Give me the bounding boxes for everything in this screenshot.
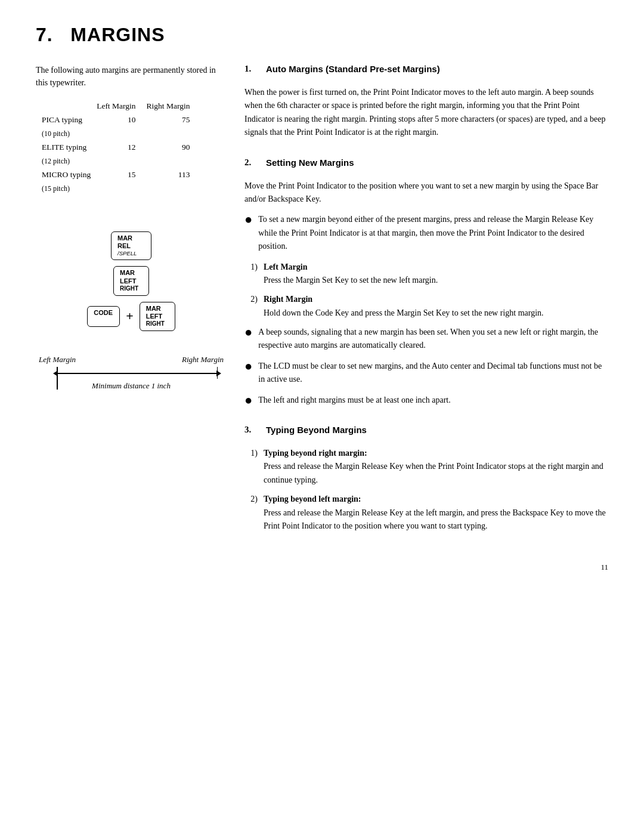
numbered-item: 2) Right Margin Hold down the Code Key a… [244, 293, 608, 320]
bullet-text: The LCD must be clear to set new margins… [258, 360, 608, 387]
key-row-code-plus: CODE + MAR LEFT RIGHT [87, 302, 175, 331]
col-header-label [42, 100, 97, 113]
num-header: Typing beyond left margin: [264, 493, 608, 506]
section-title-2: Setting New Margins [266, 157, 354, 168]
row-right: 75 [147, 113, 201, 141]
num-content: Left Margin Press the Margin Set Key to … [264, 261, 608, 288]
num-text: Press the Margin Set Key to set the new … [264, 276, 438, 285]
section-intro-2: Move the Print Point Indicator to the po… [244, 180, 608, 206]
section-number-3: 3. [244, 425, 259, 435]
key-mar-left-2-sub: RIGHT [146, 320, 165, 328]
margins-table: Left Margin Right Margin PICA typing(10 … [42, 100, 227, 196]
num-label: 1) [244, 447, 258, 460]
plus-icon: + [126, 308, 134, 324]
row-label: ELITE typing(12 pitch) [42, 141, 97, 168]
row-left: 15 [97, 168, 146, 196]
section-title-1: Auto Margins (Standard Pre-set Margins) [266, 64, 440, 74]
table-row: PICA typing(10 pitch) 10 75 [42, 113, 200, 141]
bullet-item: ●The left and right margins must be at l… [244, 394, 608, 407]
section-3: 3.Typing Beyond Margins 1) Typing beyond… [244, 425, 608, 533]
section-2: 2.Setting New MarginsMove the Print Poin… [244, 157, 608, 407]
num-header: Right Margin [264, 293, 608, 306]
bullet-text: The left and right margins must be at le… [258, 394, 608, 407]
table-row: ELITE typing(12 pitch) 12 90 [42, 141, 200, 168]
min-dist-label: Minimum distance 1 inch [92, 381, 171, 391]
left-margin-label: Left Margin [39, 355, 76, 364]
col-header-right: Right Margin [147, 100, 201, 113]
num-label: 1) [244, 261, 258, 274]
bullet-dot: ● [244, 326, 252, 339]
bullet-dot: ● [244, 394, 252, 407]
section-number-2: 2. [244, 157, 259, 168]
page-number: 11 [36, 563, 608, 572]
key-mar-left-2-line1: MAR [146, 305, 161, 313]
num-header: Typing beyond right margin: [264, 447, 608, 460]
numbered-item: 2) Typing beyond left margin: Press and … [244, 493, 608, 533]
right-margin-label: Right Margin [182, 355, 224, 364]
bullet-dot: ● [244, 213, 252, 226]
left-column: The following auto margins are permanent… [36, 64, 239, 551]
table-row: MICRO typing(15 pitch) 15 113 [42, 168, 200, 196]
num-content: Typing beyond right margin: Press and re… [264, 447, 608, 487]
intro-text: The following auto margins are permanent… [36, 64, 227, 89]
key-code: CODE [87, 306, 120, 327]
margin-diagram: Left Margin Right Margin Minimum distanc… [39, 355, 224, 396]
section-1: 1.Auto Margins (Standard Pre-set Margins… [244, 64, 608, 140]
diagram-line-container: Minimum distance 1 inch [39, 367, 224, 396]
num-label: 2) [244, 293, 258, 306]
num-content: Right Margin Hold down the Code Key and … [264, 293, 608, 320]
num-text: Press and release the Margin Release Key… [264, 508, 606, 530]
key-mar-rel-line2: REL [117, 242, 131, 250]
key-mar-left-1: MAR LEFT RIGHT [113, 266, 149, 295]
section-intro-1: When the power is first turned on, the P… [244, 86, 608, 140]
key-mar-left-1-line1: MAR [120, 269, 135, 277]
key-mar-rel-sub: /SPELL [117, 250, 137, 257]
key-illustrations: MAR REL /SPELL MAR LEFT RIGHT CODE + MAR [36, 231, 227, 332]
row-left: 12 [97, 141, 146, 168]
chapter-number: 7. [36, 24, 53, 45]
chapter-title-text: MARGINS [70, 24, 165, 45]
key-mar-left-1-sub: RIGHT [120, 285, 138, 292]
num-label: 2) [244, 493, 258, 506]
bullet-item: ●To set a new margin beyond either of th… [244, 213, 608, 253]
diagram-labels: Left Margin Right Margin [39, 355, 224, 364]
numbered-item: 1) Typing beyond right margin: Press and… [244, 447, 608, 487]
bullet-item: ●The LCD must be clear to set new margin… [244, 360, 608, 387]
section-number-1: 1. [244, 64, 259, 74]
row-right: 113 [147, 168, 201, 196]
row-label: PICA typing(10 pitch) [42, 113, 97, 141]
num-text: Press and release the Margin Release Key… [264, 462, 603, 484]
section-title-3: Typing Beyond Margins [266, 425, 367, 435]
chapter-title: 7. MARGINS [36, 24, 608, 46]
key-mar-left-2-line2: LEFT [146, 313, 163, 320]
key-mar-rel-line1: MAR [117, 234, 132, 242]
right-column: 1.Auto Margins (Standard Pre-set Margins… [239, 64, 608, 551]
bullet-dot: ● [244, 360, 252, 373]
num-header: Left Margin [264, 261, 608, 274]
row-right: 90 [147, 141, 201, 168]
key-mar-rel: MAR REL /SPELL [111, 231, 151, 261]
bullet-item: ●A beep sounds, signaling that a new mar… [244, 326, 608, 353]
col-header-left: Left Margin [97, 100, 146, 113]
horiz-arrow [57, 373, 218, 374]
key-code-space [94, 317, 95, 323]
bullet-text: To set a new margin beyond either of the… [258, 213, 608, 253]
key-mar-left-2: MAR LEFT RIGHT [140, 302, 175, 331]
bullet-text: A beep sounds, signaling that a new marg… [258, 326, 608, 353]
row-label: MICRO typing(15 pitch) [42, 168, 97, 196]
key-code-line1: CODE [94, 309, 113, 317]
key-mar-left-1-line2: LEFT [120, 277, 137, 285]
numbered-item: 1) Left Margin Press the Margin Set Key … [244, 261, 608, 288]
num-text: Hold down the Code Key and press the Mar… [264, 308, 544, 317]
row-left: 10 [97, 113, 146, 141]
num-content: Typing beyond left margin: Press and rel… [264, 493, 608, 533]
